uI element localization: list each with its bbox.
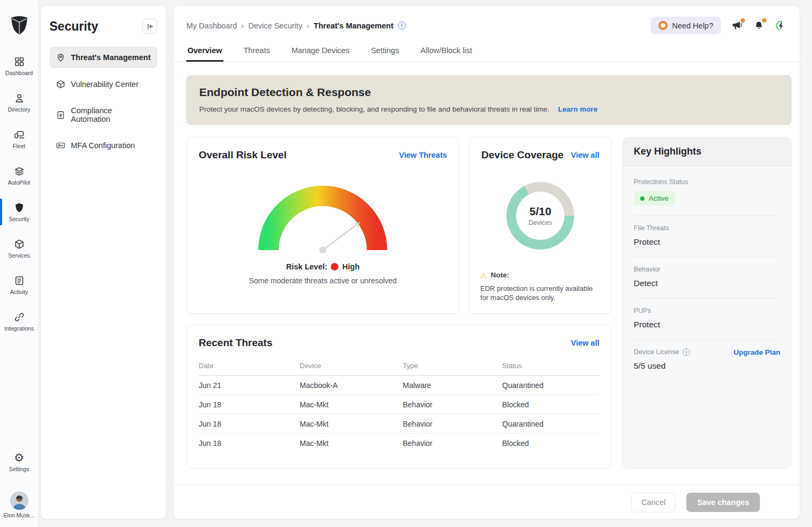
breadcrumb-my-dashboard[interactable]: My Dashboard [186, 21, 237, 30]
learn-more-link[interactable]: Learn more [558, 105, 598, 113]
threats-table: Date Device Type Status Jun 21 Macbook-A… [187, 349, 611, 458]
need-help-label: Need Help? [672, 21, 713, 30]
coverage-unit: Devices [528, 219, 552, 226]
risk-level-label: Risk Level: [286, 262, 328, 271]
cell-type: Behavior [403, 439, 502, 448]
need-help-button[interactable]: Need Help? [651, 17, 721, 34]
column-header-device: Device [300, 362, 403, 370]
nav-item-integrations[interactable]: Integrations [0, 307, 38, 336]
table-header-row: Date Device Type Status [199, 356, 599, 376]
pups-label: PUPs [634, 307, 780, 314]
info-icon[interactable] [683, 348, 690, 356]
risk-card-title: Overall Risk Level [199, 149, 287, 161]
key-highlights-panel: Key Highlights Protections Status Active… [622, 137, 792, 469]
cell-device: Macbook-A [300, 381, 403, 390]
breadcrumb-device-security[interactable]: Device Security [248, 21, 302, 30]
sidebar-item-mfa-configuration[interactable]: MFA Configuration [49, 135, 157, 156]
map-pin-icon [56, 53, 66, 62]
nav-item-services[interactable]: Services [0, 234, 38, 263]
notification-dot [762, 18, 766, 23]
file-threats-section: File Threats Protect [634, 216, 780, 257]
nav-item-label: Fleet [13, 143, 25, 149]
tab-allow-block-list[interactable]: Allow/Block list [419, 42, 473, 61]
status-badge-label: Active [649, 194, 669, 202]
main-panel: My Dashboard Device Security Threat's Ma… [173, 5, 800, 519]
brand-logo-icon [8, 14, 31, 35]
cell-type: Malware [403, 381, 502, 390]
user-menu[interactable]: Elon Musk... [4, 492, 35, 518]
upgrade-plan-link[interactable]: Upgrade Plan [734, 348, 780, 356]
nav-item-fleet[interactable]: Fleet [0, 125, 38, 153]
tab-threats[interactable]: Threats [243, 42, 271, 61]
cell-status: Blocked [502, 439, 599, 448]
warning-icon: ⚠ [480, 271, 487, 280]
sidebar-item-vulnerability-center[interactable]: Vulnerability Center [49, 74, 157, 95]
cell-date: Jun 18 [199, 439, 300, 448]
table-row: Jun 18 Mac-Mkt Behavior Blocked [199, 395, 599, 414]
document-icon [13, 275, 25, 287]
note-label: Note: [491, 271, 510, 279]
file-threats-label: File Threats [634, 224, 780, 232]
cube-icon [13, 238, 25, 250]
nav-item-label: Settings [9, 466, 30, 472]
announcements-button[interactable] [731, 20, 743, 31]
coverage-view-all-link[interactable]: View all [571, 151, 599, 159]
tab-settings[interactable]: Settings [370, 42, 400, 61]
link-icon [13, 311, 25, 323]
coverage-donut-chart: 5/10 Devices [506, 182, 574, 250]
banner-description: Protect your macOS devices by detecting,… [199, 105, 549, 113]
nav-item-label: Dashboard [5, 70, 33, 76]
column-header-type: Type [403, 362, 502, 370]
nav-item-label: Security [9, 216, 30, 222]
behavior-value: Detect [634, 279, 780, 288]
save-changes-button[interactable]: Save changes [686, 493, 760, 512]
edr-banner: Endpoint Detection & Response Protect yo… [186, 75, 792, 125]
nav-item-directory[interactable]: Directory [0, 88, 38, 117]
nav-item-autopilot[interactable]: AutoPilot [0, 161, 38, 190]
note-text: EDR protection is currently available fo… [480, 284, 600, 303]
sidebar-item-threats-management[interactable]: Threat's Management [49, 47, 157, 68]
protections-status-label: Protections Status [634, 178, 780, 186]
cancel-button[interactable]: Cancel [631, 492, 676, 513]
sidebar-item-label: Threat's Management [71, 53, 150, 62]
nav-item-dashboard[interactable]: Dashboard [0, 52, 38, 80]
behavior-label: Behavior [634, 266, 780, 273]
nav-item-activity[interactable]: Activity [0, 270, 38, 299]
cell-status: Quarantined [502, 381, 599, 390]
info-icon[interactable] [398, 21, 406, 30]
avatar [10, 492, 28, 510]
nav-item-label: Services [8, 252, 30, 259]
device-coverage-card: Device Coverage View all 5/10 Devices [469, 137, 612, 314]
chevron-right-icon [241, 21, 244, 30]
cell-device: Mac-Mkt [300, 400, 403, 409]
risk-level-dot-icon [331, 263, 338, 270]
pups-value: Protect [634, 320, 780, 330]
nav-item-settings[interactable]: ⚙ Settings [0, 448, 38, 477]
recent-threats-card: Recent Threats View all Date Device Type… [186, 325, 612, 469]
person-icon [13, 92, 25, 104]
cell-type: Behavior [403, 420, 502, 428]
risk-level-value: High [342, 262, 359, 271]
page-header: My Dashboard Device Security Threat's Ma… [173, 6, 800, 42]
tab-overview[interactable]: Overview [186, 42, 223, 61]
lifebuoy-icon [658, 21, 668, 30]
nav-item-security[interactable]: Security [0, 197, 38, 226]
breadcrumb: My Dashboard Device Security Threat's Ma… [186, 21, 406, 30]
collapse-sidebar-button[interactable] [142, 19, 157, 34]
user-name: Elon Musk... [4, 512, 35, 518]
cell-device: Mac-Mkt [300, 439, 403, 448]
grid-icon [13, 56, 25, 68]
threats-view-all-link[interactable]: View all [571, 339, 599, 347]
tab-manage-devices[interactable]: Manage Devices [291, 42, 351, 61]
file-threats-value: Protect [634, 237, 780, 247]
quick-actions-button[interactable] [775, 20, 787, 32]
sidebar-item-compliance-automation[interactable]: Compliance Automation [49, 100, 157, 129]
device-license-section: Device License 5/5 used Upgrade Plan [634, 340, 780, 380]
device-license-label: Device License [634, 348, 679, 356]
action-bar: Cancel Save changes [173, 485, 800, 519]
cell-date: Jun 18 [199, 420, 300, 428]
devices-icon [13, 129, 25, 141]
notification-dot [741, 18, 745, 23]
view-threats-link[interactable]: View Threats [399, 151, 447, 159]
notifications-button[interactable] [753, 20, 764, 31]
